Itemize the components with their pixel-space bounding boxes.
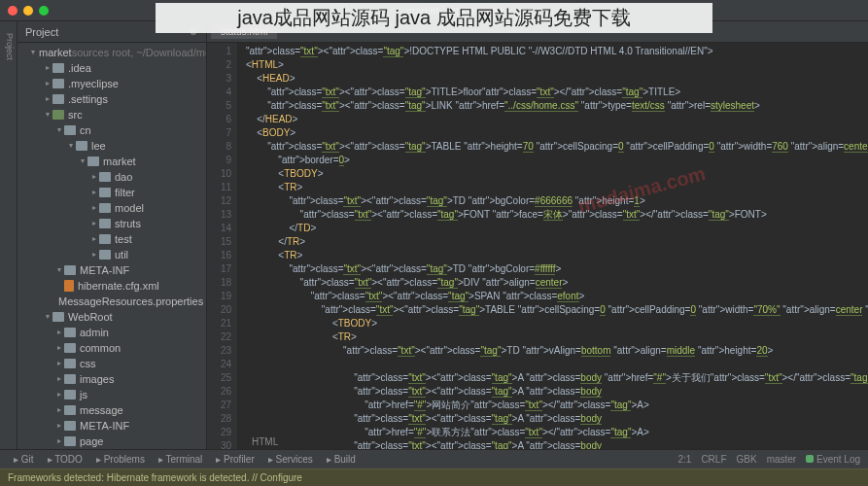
tree-item[interactable]: ▸test [17, 231, 206, 247]
folder-icon [64, 374, 76, 384]
rail-commit[interactable]: Commit [0, 29, 3, 449]
chevron-icon: ▸ [54, 434, 64, 449]
tree-label: struts [115, 216, 141, 231]
tree-label: cn [80, 122, 91, 138]
tree-label: page [80, 434, 103, 449]
tree-label: market [103, 154, 136, 169]
tree-item[interactable]: ▸struts [17, 216, 206, 231]
tree-item[interactable]: ▾market sources root, ~/Download/mud... [17, 45, 206, 60]
tree-label: market [39, 45, 72, 60]
status-tab-todo[interactable]: ▸ TODO [42, 454, 88, 465]
tree-label: images [80, 371, 114, 387]
tree-label: util [115, 247, 128, 262]
rail-project[interactable]: Project [3, 29, 17, 449]
folder-icon [99, 203, 111, 213]
chevron-icon: ▾ [78, 154, 87, 169]
project-tree[interactable]: ▾market sources root, ~/Download/mud...▸… [17, 43, 206, 449]
chevron-icon: ▾ [43, 309, 52, 325]
tree-label: admin [80, 325, 109, 340]
tree-label: model [115, 200, 144, 216]
tree-label: META-INF [80, 262, 129, 278]
chevron-icon: ▸ [54, 387, 64, 402]
tree-item[interactable]: ▸images [17, 371, 206, 387]
status-info[interactable]: 2:1 [677, 454, 691, 465]
tree-item[interactable]: ▸page [17, 434, 206, 449]
folder-icon [64, 359, 76, 368]
tree-item[interactable]: ▸message [17, 402, 206, 418]
chevron-icon: ▸ [54, 402, 64, 418]
tree-item[interactable]: ▸.settings [17, 91, 206, 107]
folder-icon [64, 328, 76, 337]
folder-icon [64, 436, 76, 446]
tree-label: src [68, 107, 83, 122]
tree-item[interactable]: ▸model [17, 200, 206, 216]
folder-icon [64, 421, 76, 431]
chevron-icon: ▸ [54, 340, 64, 356]
tree-label: META-INF [80, 418, 129, 434]
minimize-icon[interactable] [23, 6, 33, 16]
folder-icon [99, 234, 111, 244]
folder-icon [52, 79, 64, 88]
status-tab-profiler[interactable]: ▸ Profiler [210, 454, 260, 465]
code-content[interactable]: "attr">class="txt"><"attr">class="tag">!… [238, 43, 868, 449]
tree-item[interactable]: ▾WebRoot [17, 309, 206, 325]
tree-item[interactable]: MessageResources.properties [17, 294, 206, 309]
folder-icon [52, 312, 64, 322]
tree-item[interactable]: ▾market [17, 154, 206, 169]
tree-item[interactable]: ▾src [17, 107, 206, 122]
status-tab-build[interactable]: ▸ Build [321, 454, 362, 465]
chevron-icon: ▸ [89, 185, 99, 200]
tree-label: filter [115, 185, 135, 200]
chevron-icon: ▾ [43, 107, 52, 122]
status-tab-terminal[interactable]: ▸ Terminal [153, 454, 208, 465]
maximize-icon[interactable] [39, 6, 49, 16]
tree-item[interactable]: hibernate.cfg.xml [17, 278, 206, 294]
folder-icon [64, 390, 76, 399]
tree-label: css [80, 356, 96, 371]
folder-icon [52, 63, 64, 73]
chevron-icon: ▸ [43, 60, 52, 76]
project-panel-title: Project [25, 26, 58, 38]
tree-path: sources root, ~/Download/mud... [72, 45, 206, 60]
tree-item[interactable]: ▸.idea [17, 60, 206, 76]
folder-icon [99, 250, 111, 260]
tree-item[interactable]: ▸.myeclipse [17, 76, 206, 91]
tree-label: test [115, 231, 132, 247]
folder-icon [99, 172, 111, 182]
tree-item[interactable]: ▾lee [17, 138, 206, 154]
status-info[interactable]: GBK [737, 454, 757, 465]
folder-icon [99, 188, 111, 197]
chevron-icon: ▸ [54, 325, 64, 340]
chevron-icon: ▾ [54, 262, 64, 278]
close-icon[interactable] [8, 6, 17, 16]
tree-item[interactable]: ▸js [17, 387, 206, 402]
event-log[interactable]: Event Log [806, 454, 860, 465]
chevron-icon: ▾ [31, 45, 35, 60]
status-info[interactable]: CRLF [701, 454, 726, 465]
chevron-icon: ▸ [89, 169, 99, 185]
tree-item[interactable]: ▸admin [17, 325, 206, 340]
tree-item[interactable]: ▸META-INF [17, 418, 206, 434]
tree-label: js [80, 387, 87, 402]
status-tabs: ▸ Git▸ TODO▸ Problems▸ Terminal▸ Profile… [8, 454, 362, 465]
chevron-icon: ▸ [54, 356, 64, 371]
tree-item[interactable]: ▸css [17, 356, 206, 371]
notification-bar[interactable]: Frameworks detected: Hibernate framework… [0, 469, 868, 486]
tree-item[interactable]: ▸util [17, 247, 206, 262]
status-tab-services[interactable]: ▸ Services [262, 454, 319, 465]
folder-icon [64, 125, 76, 135]
chevron-icon: ▸ [89, 216, 99, 231]
status-info[interactable]: master [767, 454, 797, 465]
status-tab-git[interactable]: ▸ Git [8, 454, 40, 465]
tree-item[interactable]: ▸common [17, 340, 206, 356]
tree-item[interactable]: ▾META-INF [17, 262, 206, 278]
left-tool-rail: ProjectCommitStructureFavorites [0, 21, 17, 449]
status-tab-problems[interactable]: ▸ Problems [90, 454, 151, 465]
folder-icon [87, 156, 99, 166]
chevron-icon: ▸ [89, 231, 99, 247]
tree-item[interactable]: ▾cn [17, 122, 206, 138]
tree-item[interactable]: ▸dao [17, 169, 206, 185]
code-area[interactable]: 1234567891011121314151617181920212223242… [207, 43, 868, 449]
breadcrumb[interactable]: HTML [246, 434, 284, 449]
tree-item[interactable]: ▸filter [17, 185, 206, 200]
